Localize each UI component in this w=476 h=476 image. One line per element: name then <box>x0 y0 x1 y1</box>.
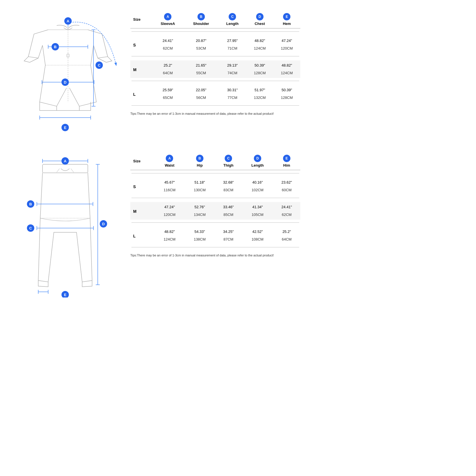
table-row: M47.24"52.76"33.46"41.34"24.41" <box>130 202 300 211</box>
table-row: L48.82"54.33"34.25"42.52"25.2" <box>130 227 300 235</box>
value-cell: 32.68" <box>215 177 242 186</box>
pants-size-label: Size <box>133 159 141 163</box>
svg-text:C: C <box>98 63 101 67</box>
value-cell: 132CM <box>246 94 273 103</box>
divider-row <box>130 103 300 110</box>
jacket-diagram-area: A B C D E <box>6 8 125 139</box>
value-cell: 62CM <box>273 211 300 220</box>
pants-col2-label: Hip <box>197 163 203 167</box>
value-cell: 124CM <box>246 44 273 53</box>
value-cell: 85CM <box>215 211 242 220</box>
pants-col1-label: Waist <box>165 163 174 167</box>
divider-row <box>130 244 300 251</box>
value-cell: 21.65" <box>184 60 218 69</box>
pants-col-waist: A Waist <box>154 153 184 170</box>
value-cell: 40.16" <box>242 177 273 186</box>
value-cell: 116CM <box>154 186 184 195</box>
svg-text:B: B <box>29 202 32 206</box>
pants-col-him: E Him <box>273 153 300 170</box>
value-cell: 71CM <box>218 44 246 53</box>
jacket-col-hem: E Hem <box>273 11 300 28</box>
value-cell: 102CM <box>242 186 273 195</box>
value-cell: 128CM <box>246 69 273 78</box>
svg-text:E: E <box>64 126 67 130</box>
table-row: S45.67"51.18"32.68"40.16"23.62" <box>130 177 300 186</box>
value-cell: 48.82" <box>273 60 300 69</box>
value-cell: 124CM <box>154 235 184 244</box>
value-cell: 25.59" <box>152 85 184 94</box>
value-cell: 52.76" <box>185 202 215 211</box>
value-cell: 27.95" <box>218 36 246 44</box>
pants-col-length: D Length <box>242 153 273 170</box>
jacket-col-shoulder: B Shoulder <box>184 11 218 28</box>
value-cell: 29.13" <box>218 60 246 69</box>
divider-row <box>130 195 300 202</box>
svg-text:E: E <box>64 293 67 297</box>
value-cell: 130CM <box>185 186 215 195</box>
svg-text:A: A <box>67 19 69 23</box>
badge-d-pants: D <box>254 155 261 162</box>
jacket-table-header: Size A SleeveA B Shoulder <box>130 11 300 28</box>
jacket-col1-label: SleeveA <box>161 22 175 26</box>
value-cell: 108CM <box>242 235 273 244</box>
table-row: M25.2"21.65"29.13"50.39"48.82" <box>130 60 300 69</box>
value-cell: 74CM <box>218 69 246 78</box>
pants-col5-label: Him <box>283 163 290 167</box>
value-cell: 25.2" <box>273 227 300 235</box>
value-cell: 50.39" <box>273 85 300 94</box>
value-cell: 20.87" <box>184 36 218 44</box>
value-cell: 128CM <box>273 94 300 103</box>
svg-text:B: B <box>54 45 56 49</box>
pants-svg: A B C D E <box>20 150 110 298</box>
pants-size-table: Size A Waist B Hip <box>130 153 300 251</box>
jacket-section: A B C D E <box>6 8 300 139</box>
value-cell: 65CM <box>152 94 184 103</box>
value-cell: 30.31" <box>218 85 246 94</box>
table-row: 62CM53CM71CM124CM120CM <box>130 44 300 53</box>
table-row: 64CM55CM74CM128CM124CM <box>130 69 300 78</box>
value-cell: 120CM <box>154 211 184 220</box>
divider-row <box>130 78 300 85</box>
value-cell: 48.82" <box>246 36 273 44</box>
size-cell: L <box>130 85 152 103</box>
pants-col4-label: Length <box>251 163 264 167</box>
jacket-col5-label: Hem <box>283 22 291 26</box>
value-cell: 51.97" <box>246 85 273 94</box>
badge-d-jacket: D <box>256 13 264 20</box>
svg-text:C: C <box>29 226 32 230</box>
value-cell: 48.82" <box>154 227 184 235</box>
value-cell: 47.24" <box>154 202 184 211</box>
value-cell: 124CM <box>273 69 300 78</box>
pants-col-hip: B Hip <box>185 153 215 170</box>
jacket-col4-label: Chest <box>255 22 265 26</box>
pants-col-size: Size <box>130 153 154 170</box>
badge-e-pants: E <box>283 155 290 162</box>
jacket-table-area: Size A SleeveA B Shoulder <box>130 8 300 115</box>
value-cell: 33.46" <box>215 202 242 211</box>
badge-b-jacket: B <box>197 13 205 20</box>
divider-row <box>130 220 300 227</box>
size-cell: M <box>130 60 152 78</box>
value-cell: 23.62" <box>273 177 300 186</box>
value-cell: 24.41" <box>273 202 300 211</box>
value-cell: 138CM <box>185 235 215 244</box>
size-cell: S <box>130 177 154 195</box>
jacket-col-size: Size <box>130 11 152 28</box>
value-cell: 64CM <box>273 235 300 244</box>
table-row: 116CM130CM83CM102CM60CM <box>130 186 300 195</box>
jacket-size-table: Size A SleeveA B Shoulder <box>130 11 300 110</box>
value-cell: 83CM <box>215 186 242 195</box>
svg-rect-27 <box>42 164 88 173</box>
pants-col3-label: Thigh <box>223 163 233 167</box>
pants-table-area: Size A Waist B Hip <box>130 150 300 257</box>
value-cell: 64CM <box>152 69 184 78</box>
value-cell: 134CM <box>185 211 215 220</box>
value-cell: 41.34" <box>242 202 273 211</box>
value-cell: 87CM <box>215 235 242 244</box>
table-row: 120CM134CM85CM105CM62CM <box>130 211 300 220</box>
badge-c-pants: C <box>225 155 232 162</box>
svg-line-29 <box>71 169 74 172</box>
size-cell: M <box>130 202 154 220</box>
pants-tips: Tips:There may be an error of 1-3cm in m… <box>130 254 300 257</box>
divider-row <box>130 53 300 60</box>
